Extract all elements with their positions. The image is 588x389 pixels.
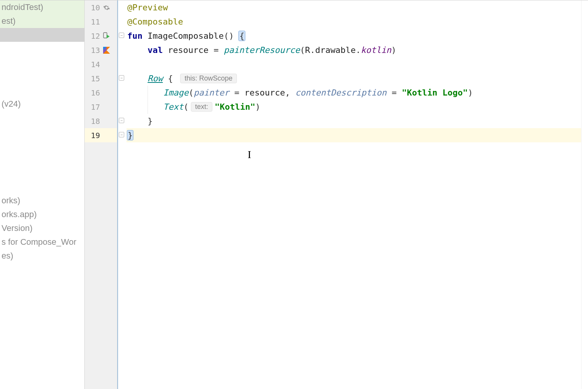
tree-item-label: (v24) [2,99,21,109]
gutter-row[interactable]: 11 [85,15,117,29]
svg-rect-0 [103,33,107,38]
fold-strip[interactable]: − − − − [117,0,126,389]
tree-item-selected[interactable] [0,28,84,42]
gutter-row[interactable]: 19 [85,128,117,142]
line-number: 10 [85,3,100,12]
paren-close: ) [255,102,260,112]
paren-close: ) [468,88,473,97]
brace-close: } [148,116,153,126]
tree-item[interactable]: orks.app) [0,208,84,221]
comma: , [285,88,290,97]
identifier: R [305,45,310,55]
operator: = [214,45,218,55]
function-call: Row [148,74,163,83]
tree-item[interactable]: ndroidTest) [0,0,84,14]
tree-item-label: Version) [2,223,33,233]
annotation: @Composable [127,17,183,26]
tree-item[interactable]: es) [0,249,84,263]
code-line[interactable]: @Preview [126,0,581,15]
brace-open: { [239,31,245,41]
tree-item-label: ndroidTest) [2,2,43,12]
gutter-row[interactable]: 16 [85,86,117,100]
gutter-row[interactable]: 10 [85,0,117,15]
function-call: Image [163,88,189,97]
tree-item[interactable] [0,152,84,166]
tree-item[interactable]: s for Compose_Wor [0,235,84,249]
window-root: ndroidTest) est) (v24) orks) orks.app) V… [0,0,588,389]
code-line[interactable]: Text(text:"Kotlin") [126,100,581,114]
brace-open: { [168,74,173,83]
paren-open: ( [184,102,189,112]
code-editor[interactable]: @Preview @Composable fun ImageComposable… [126,0,581,389]
annotation: @Preview [127,3,168,12]
code-line[interactable]: val resource = painterResource(R.drawabl… [126,43,581,57]
line-number: 16 [85,88,100,97]
fold-start-icon[interactable]: − [119,75,124,81]
gutter-row[interactable]: 14 [85,57,117,71]
tree-item-label: est) [2,16,16,26]
tree-item-label: s for Compose_Wor [2,237,76,247]
identifier: drawable [315,45,356,55]
paren-close: ) [391,45,396,55]
line-number: 13 [85,46,100,55]
code-line[interactable]: @Composable [126,15,581,29]
named-param: painter [194,88,229,97]
tree-item[interactable] [0,83,84,97]
run-gutter-icon[interactable] [103,32,111,40]
tree-item[interactable] [0,56,84,69]
function-call: painterResource [224,45,300,55]
kotlin-icon[interactable] [103,47,110,54]
fold-end-icon[interactable]: − [119,118,124,123]
tree-item[interactable] [0,111,84,125]
brace-close: } [127,130,133,140]
tree-item[interactable]: Version) [0,221,84,235]
line-number: 18 [85,117,100,126]
svg-marker-1 [107,35,110,38]
code-line[interactable]: } [126,114,581,128]
identifier: resource [168,45,209,55]
tree-item[interactable]: orks) [0,194,84,208]
identifier: resource [245,88,285,97]
line-number: 11 [85,17,100,26]
error-stripe[interactable] [581,0,588,389]
gutter-row[interactable]: 17 [85,100,117,114]
inlay-hint: this: RowScope [180,74,237,83]
operator: = [392,88,397,97]
function-name: ImageComposable [148,31,224,41]
tree-item[interactable] [0,166,84,180]
fold-end-icon[interactable]: − [119,132,124,137]
gutter-row[interactable]: 18 [85,114,117,128]
tree-item-label: orks) [2,196,20,205]
inlay-hint: text: [191,102,212,112]
code-line[interactable]: Row { this: RowScope [126,71,581,86]
code-line[interactable] [126,57,581,71]
tree-item-label: es) [2,251,13,260]
gutter-row[interactable]: 12 [85,29,117,43]
project-tree-panel[interactable]: ndroidTest) est) (v24) orks) orks.app) V… [0,0,85,389]
tree-item[interactable] [0,125,84,138]
keyword: val [148,45,163,55]
line-number: 12 [85,31,100,41]
line-number: 15 [85,74,100,83]
tree-item[interactable] [0,138,84,152]
operator: = [234,88,239,97]
named-param: contentDescription [295,88,386,97]
line-number: 14 [85,60,100,69]
code-line[interactable]: Image(painter = resource, contentDescrip… [126,86,581,100]
code-line[interactable]: fun ImageComposable() { [126,29,581,43]
parens: () [224,31,234,41]
paren-open: ( [189,88,194,97]
fold-start-icon[interactable]: − [119,33,124,38]
gutter-row[interactable]: 15 [85,71,117,86]
gutter[interactable]: 10 11 12 13 [85,0,117,389]
gear-icon[interactable] [103,4,110,11]
identifier: kotlin [361,45,391,55]
keyword: fun [127,31,143,41]
tree-item[interactable] [0,42,84,56]
tree-item[interactable]: (v24) [0,97,84,111]
tree-item[interactable] [0,180,84,194]
gutter-row[interactable]: 13 [85,43,117,57]
tree-item[interactable]: est) [0,14,84,28]
code-line-current[interactable]: } [126,128,581,142]
tree-item[interactable] [0,69,84,83]
